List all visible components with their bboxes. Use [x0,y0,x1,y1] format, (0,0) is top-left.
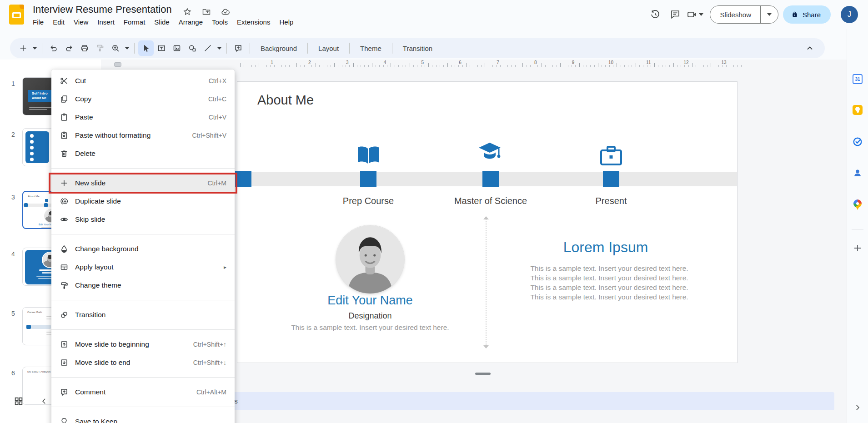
slideshow-button[interactable]: Slideshow [710,5,778,24]
timeline-label[interactable]: Present [552,196,670,206]
menu-divider [51,168,235,169]
menu-item-duplicate-slide[interactable]: Duplicate slide [51,192,235,210]
briefcase-icon[interactable] [598,143,624,166]
menu-slide[interactable]: Slide [150,16,174,28]
timeline-label[interactable]: Master of Science [431,196,550,206]
ruler-number: 12 [684,60,689,65]
menu-help[interactable]: Help [275,16,298,28]
ruler-tab-marker[interactable] [114,62,121,67]
profile-name[interactable]: Edit Your Name [302,294,438,308]
timeline-label[interactable]: Prep Course [309,196,427,206]
menu-item-change-theme[interactable]: Change theme [51,276,235,294]
move-folder-icon[interactable] [201,6,212,17]
plus-icon[interactable] [15,40,31,56]
zoom-icon[interactable] [108,40,123,56]
side-panel-divider [852,229,863,229]
insert-comment-icon[interactable] [231,40,246,56]
menu-item-new-slide[interactable]: New slideCtrl+M [51,174,235,192]
menu-arrange[interactable]: Arrange [174,16,207,28]
menu-item-move-slide-to-beginning[interactable]: Move slide to beginningCtrl+Shift+↑ [51,335,235,353]
collapse-filmstrip-icon[interactable] [40,397,48,405]
meet-camera-icon[interactable] [685,5,699,25]
toolbar-divider [250,43,250,54]
profile-caption[interactable]: This is a sample text. Insert your desir… [291,323,450,332]
logo-fold [20,5,24,9]
slides-logo-icon[interactable] [9,5,24,25]
slide-editor[interactable]: About Me Prep CourseMaster of SciencePre… [237,81,738,363]
document-title[interactable]: Interview Resume Presentation [33,4,172,15]
slideshow-label[interactable]: Slideshow [710,6,760,23]
contacts-icon[interactable] [852,168,863,179]
dropdown-caret-icon[interactable] [31,40,38,56]
trash-icon [60,149,68,158]
thumb-progress [31,325,51,329]
lorem-heading[interactable]: Lorem Ipsum [515,239,697,256]
print-icon[interactable] [77,40,92,56]
shape-icon[interactable] [185,40,200,56]
version-history-icon[interactable] [645,5,665,25]
add-addon-icon[interactable] [852,243,863,254]
undo-icon[interactable] [46,40,61,56]
profile-designation[interactable]: Designation [302,311,438,321]
calendar-icon[interactable]: 31 [852,74,863,85]
star-icon[interactable] [182,6,193,17]
menu-item-comment[interactable]: CommentCtrl+Alt+M [51,383,235,401]
account-avatar[interactable]: J [841,6,858,23]
comments-icon[interactable] [665,5,685,25]
cloud-saved-icon[interactable] [220,6,231,17]
menu-item-copy[interactable]: CopyCtrl+C [51,90,235,108]
menu-item-delete[interactable]: Delete [51,144,235,163]
layout-button[interactable]: Layout [311,45,346,52]
dropdown-caret-icon[interactable] [123,40,130,56]
maps-icon[interactable] [852,199,863,210]
menu-format[interactable]: Format [119,16,150,28]
menu-item-change-background[interactable]: Change background [51,240,235,258]
insert-image-icon[interactable] [169,40,185,56]
line-icon[interactable] [200,40,216,56]
notes-resize-handle[interactable] [475,373,491,375]
grid-view-icon[interactable] [14,396,24,406]
profile-photo[interactable] [336,225,404,294]
meet-camera-group[interactable] [685,5,703,25]
graduation-cap-icon[interactable] [478,141,503,164]
thumb-title: About Me [28,195,40,198]
redo-icon[interactable] [61,40,77,56]
open-book-icon[interactable] [356,142,381,165]
menu-item-paste-without-formatting[interactable]: Paste without formattingCtrl+Shift+V [51,126,235,144]
portrait-image [336,225,404,294]
slide-title[interactable]: About Me [257,93,314,108]
menu-file[interactable]: File [28,16,48,28]
menu-edit[interactable]: Edit [48,16,69,28]
slideshow-caret-icon[interactable] [760,6,778,23]
collapse-toolbar-icon[interactable] [802,40,818,56]
keep-icon[interactable] [852,105,863,115]
menu-item-apply-layout[interactable]: Apply layout▸ [51,258,235,276]
dropdown-caret-icon[interactable] [216,40,223,56]
meet-caret-icon[interactable] [699,13,703,16]
menu-item-skip-slide[interactable]: Skip slide [51,210,235,229]
text-box-icon[interactable] [154,40,169,56]
workspace-side-panel: 31 [847,29,868,423]
tasks-icon[interactable] [852,136,863,147]
background-button[interactable]: Background [254,45,304,52]
duplicate-icon [60,197,68,205]
menu-view[interactable]: View [69,16,93,28]
menu-item-cut[interactable]: CutCtrl+X [51,72,235,90]
menu-item-move-slide-to-end[interactable]: Move slide to endCtrl+Shift+↓ [51,353,235,372]
menu-item-shortcut: Ctrl+M [207,179,226,187]
select-cursor-icon[interactable] [138,40,154,56]
share-button[interactable]: Share [783,5,831,24]
menu-item-save-to-keep[interactable]: Save to Keep [51,413,235,423]
menu-tools[interactable]: Tools [207,16,232,28]
paint-format-icon[interactable] [92,40,108,56]
menu-extensions[interactable]: Extensions [232,16,275,28]
menu-insert[interactable]: Insert [93,16,119,28]
theme-button[interactable]: Theme [353,45,388,52]
menu-item-label: New slide [75,179,105,187]
hide-side-panel-icon[interactable] [853,403,862,412]
menu-item-transition[interactable]: Transition [51,306,235,324]
menu-item-paste[interactable]: PasteCtrl+V [51,108,235,126]
move-up-icon [60,340,68,348]
transition-button[interactable]: Transition [396,45,439,52]
lorem-body[interactable]: This is a sample text. Insert your desir… [509,264,709,302]
